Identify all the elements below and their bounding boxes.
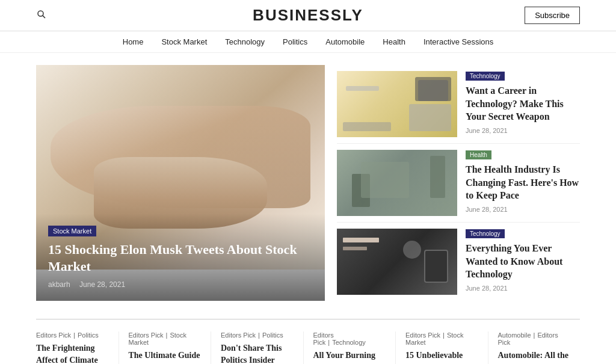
- bottom-card-3[interactable]: Editors Pick|Politics Don't Share This P…: [211, 332, 304, 364]
- featured-category-badge: Stock Market: [48, 226, 96, 236]
- featured-author: akbarh: [48, 280, 70, 289]
- nav-interactive-sessions[interactable]: Interactive Sessions: [424, 37, 493, 46]
- site-header: BUSINESSLY Subscribe: [0, 0, 616, 31]
- nav-health[interactable]: Health: [383, 37, 405, 46]
- featured-article[interactable]: Stock Market 15 Shocking Elon Musk Tweet…: [36, 65, 325, 301]
- side-info-2: Health The Health Industry Is Changing F…: [466, 150, 580, 216]
- side-title-2: The Health Industry Is Changing Fast. He…: [466, 163, 580, 202]
- side-cat-badge-2: Health: [466, 150, 491, 159]
- bottom-articles: Editors Pick|Politics The Frightening Af…: [0, 325, 616, 364]
- bottom-card-4[interactable]: Editors Pick|Technology All Your Burning…: [304, 332, 396, 364]
- side-thumb-3: [337, 229, 457, 295]
- side-date-1: June 28, 2021: [466, 127, 580, 134]
- search-icon[interactable]: [36, 9, 47, 20]
- nav-technology[interactable]: Technology: [225, 37, 265, 46]
- bottom-card-1[interactable]: Editors Pick|Politics The Frightening Af…: [36, 332, 119, 364]
- side-title-3: Everything You Ever Wanted to Know About…: [466, 242, 580, 281]
- side-cat-badge-1: Technology: [466, 72, 505, 81]
- bottom-card-6[interactable]: Automobile|Editors Pick Automobile: All …: [488, 332, 581, 364]
- bottom-card-5-cats: Editors Pick|Stock Market: [405, 332, 478, 346]
- bottom-card-4-cats: Editors Pick|Technology: [313, 332, 386, 346]
- side-info-1: Technology Want a Career in Technology? …: [466, 71, 580, 137]
- bottom-card-5[interactable]: Editors Pick|Stock Market 15 Unbelievabl…: [396, 332, 488, 364]
- bottom-card-1-cats: Editors Pick|Politics: [36, 332, 109, 339]
- section-divider: [36, 319, 580, 319]
- featured-title: 15 Shocking Elon Musk Tweets About Stock…: [48, 241, 313, 276]
- header-actions: Subscribe: [532, 7, 580, 24]
- side-cat-badge-3: Technology: [466, 229, 505, 238]
- svg-point-0: [38, 11, 43, 16]
- nav-stock-market[interactable]: Stock Market: [161, 37, 207, 46]
- bottom-card-5-title: 15 Unbelievable Things You Never Knew Ab…: [405, 350, 478, 364]
- featured-meta: akbarh June 28, 2021: [48, 280, 313, 289]
- bottom-card-1-title: The Frightening Affect of Climate Change…: [36, 342, 109, 364]
- side-article-2[interactable]: Health The Health Industry Is Changing F…: [337, 144, 580, 223]
- side-article-1[interactable]: Technology Want a Career in Technology? …: [337, 65, 580, 144]
- bottom-card-4-title: All Your Burning Technology Questions, A…: [313, 350, 386, 364]
- bottom-card-3-title: Don't Share This Politics Insider Secret: [221, 342, 294, 364]
- site-logo: BUSINESSLY: [253, 6, 363, 25]
- featured-date: June 28, 2021: [79, 280, 125, 289]
- bottom-card-2[interactable]: Editors Pick|Stock Market The Ultimate G…: [119, 332, 212, 364]
- bottom-card-2-cats: Editors Pick|Stock Market: [129, 332, 202, 346]
- bottom-card-6-cats: Automobile|Editors Pick: [498, 332, 571, 346]
- side-date-2: June 28, 2021: [466, 206, 580, 213]
- nav-home[interactable]: Home: [123, 37, 144, 46]
- nav-automobile[interactable]: Automobile: [325, 37, 365, 46]
- bottom-card-2-title: The Ultimate Guide to Stock Market: [129, 350, 202, 364]
- main-nav: Home Stock Market Technology Politics Au…: [0, 31, 616, 53]
- side-article-3[interactable]: Technology Everything You Ever Wanted to…: [337, 223, 580, 301]
- bottom-card-6-title: Automobile: All the Stats, Facts, and Da…: [498, 350, 571, 364]
- side-date-3: June 28, 2021: [466, 285, 580, 292]
- side-title-1: Want a Career in Technology? Make This Y…: [466, 84, 580, 123]
- nav-politics[interactable]: Politics: [283, 37, 307, 46]
- featured-overlay: Stock Market 15 Shocking Elon Musk Tweet…: [36, 214, 325, 301]
- bottom-card-3-cats: Editors Pick|Politics: [221, 332, 294, 339]
- side-info-3: Technology Everything You Ever Wanted to…: [466, 229, 580, 295]
- side-articles: Technology Want a Career in Technology? …: [337, 65, 580, 301]
- svg-line-1: [43, 15, 45, 17]
- side-thumb-2: [337, 150, 457, 216]
- main-content: Stock Market 15 Shocking Elon Musk Tweet…: [0, 53, 616, 313]
- subscribe-button[interactable]: Subscribe: [525, 7, 580, 24]
- search-area: [36, 9, 84, 22]
- side-thumb-1: [337, 71, 457, 137]
